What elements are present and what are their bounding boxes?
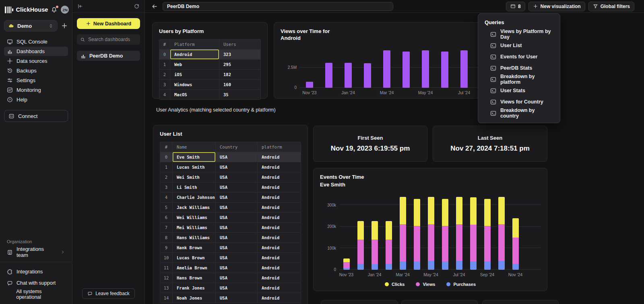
table-cell[interactable]: USA <box>215 162 257 172</box>
table-cell[interactable]: USA <box>215 182 257 192</box>
table-row[interactable]: 3Li SmithUSAAndroid <box>160 182 301 192</box>
table-cell[interactable]: 9 <box>160 243 172 252</box>
table-cell[interactable]: Eve Smith <box>172 152 215 162</box>
table-row[interactable]: 8Hans WilliamsUSAAndroid <box>160 232 301 242</box>
table-cell[interactable]: 13 <box>160 283 172 293</box>
table-cell[interactable]: USA <box>215 243 257 252</box>
table-cell[interactable]: Jack Williams <box>172 203 215 212</box>
table-cell[interactable]: USA <box>215 233 257 242</box>
table-cell[interactable]: Android <box>257 283 301 293</box>
sidebar-item-settings[interactable]: Settings <box>4 76 68 85</box>
table-cell[interactable]: 3 <box>159 80 170 89</box>
table-cell[interactable]: Android <box>257 213 301 222</box>
table-cell[interactable]: Hans Williams <box>172 233 215 242</box>
table-cell[interactable]: Android <box>257 253 301 263</box>
table-cell[interactable]: 2 <box>160 172 172 182</box>
dashboard-list-item[interactable]: PeerDB Demo <box>77 51 140 61</box>
table-cell[interactable]: 323 <box>219 50 260 59</box>
leave-feedback-button[interactable]: Leave feedback <box>82 288 135 299</box>
dashboard-title-input[interactable] <box>163 2 393 11</box>
query-menu-item[interactable]: PeerDB Stats <box>478 62 560 74</box>
new-visualization-button[interactable]: New visualization <box>528 2 585 11</box>
table-row[interactable]: 0Eve SmithUSAAndroid <box>160 152 301 162</box>
sidebar-footer-item-chat-with-support[interactable]: Chat with support <box>4 278 68 288</box>
table-cell[interactable]: USA <box>215 253 257 263</box>
table-row[interactable]: 10Lucas BrownUSAAndroid <box>160 252 301 263</box>
table-cell[interactable]: Android <box>257 233 301 242</box>
table-row[interactable]: 11Amelia BrownUSAAndroid <box>160 263 301 273</box>
legend-item-clicks[interactable]: Clicks <box>385 282 405 287</box>
collapse-panel-icon[interactable] <box>77 3 83 9</box>
table-cell[interactable]: MacOS <box>170 90 219 99</box>
table-cell[interactable]: 12 <box>160 273 172 283</box>
table-cell[interactable]: Noah Jones <box>172 293 215 303</box>
query-menu-item[interactable]: User Stats <box>478 85 560 96</box>
back-button[interactable] <box>151 3 158 10</box>
table-cell[interactable]: Android <box>257 203 301 212</box>
table-cell[interactable]: Android <box>257 172 301 182</box>
table-row[interactable]: 1Web295 <box>159 59 260 69</box>
avatar[interactable]: ZN <box>61 6 69 14</box>
table-cell[interactable]: 35 <box>219 90 260 99</box>
table-row[interactable]: 0Android323 <box>159 49 260 59</box>
table-row[interactable]: 12Hans BrownUSAAndroid <box>160 273 301 283</box>
table-cell[interactable]: Web <box>170 60 219 69</box>
table-cell[interactable]: 5 <box>160 203 172 212</box>
table-cell[interactable]: Wei Smith <box>172 172 215 182</box>
table-cell[interactable]: 0 <box>160 152 172 162</box>
table-cell[interactable]: 1 <box>160 162 172 172</box>
org-selector[interactable]: Demo <box>4 20 58 31</box>
table-row[interactable]: 3Windows160 <box>159 79 260 89</box>
table-row[interactable]: 14Noah JonesUSAAndroid <box>160 293 301 303</box>
table-cell[interactable]: 11 <box>160 263 172 273</box>
table-cell[interactable]: 3 <box>160 182 172 192</box>
sidebar-footer-item-all-systems-operational[interactable]: All systems operational <box>4 290 68 299</box>
query-menu-item[interactable]: Events for User <box>478 51 560 62</box>
table-cell[interactable]: 0 <box>159 50 170 59</box>
table-row[interactable]: 4Charlie JohnsonUSAAndroid <box>160 192 301 202</box>
table-cell[interactable]: Android <box>257 243 301 252</box>
sidebar-footer-item-integrations[interactable]: Integrations <box>4 267 68 277</box>
table-cell[interactable]: Hank Brown <box>172 243 215 252</box>
table-cell[interactable]: 14 <box>160 293 172 303</box>
table-cell[interactable]: USA <box>215 223 257 232</box>
table-cell[interactable]: Charlie Johnson <box>172 192 215 202</box>
sidebar-item-sql-console[interactable]: SQL Console <box>4 37 68 46</box>
query-menu-item[interactable]: Views for Country <box>478 96 560 108</box>
connect-button[interactable]: Connect <box>4 110 68 122</box>
query-menu-item[interactable]: Views by Platform by Day <box>478 29 560 40</box>
table-cell[interactable]: Android <box>170 50 219 59</box>
table-cell[interactable]: Android <box>257 223 301 232</box>
table-row[interactable]: 5Jack WilliamsUSAAndroid <box>160 202 301 212</box>
table-cell[interactable]: iOS <box>170 70 219 79</box>
table-row[interactable]: 2Wei SmithUSAAndroid <box>160 172 301 182</box>
legend-item-views[interactable]: Views <box>416 282 435 287</box>
table-row[interactable]: 6Wei WilliamsUSAAndroid <box>160 212 301 222</box>
table-row[interactable]: 9Hank BrownUSAAndroid <box>160 242 301 252</box>
query-menu-item[interactable]: Breakdown by country <box>478 108 560 119</box>
sidebar-item-data-sources[interactable]: Data sources <box>4 56 68 66</box>
table-row[interactable]: 4MacOS35 <box>159 89 260 99</box>
table-cell[interactable]: Hans Brown <box>172 273 215 283</box>
table-row[interactable]: 7Mei WilliamsUSAAndroid <box>160 222 301 232</box>
table-cell[interactable]: USA <box>215 263 257 273</box>
new-dashboard-button[interactable]: New Dashboard <box>77 18 140 29</box>
table-cell[interactable]: Android <box>257 152 301 162</box>
query-menu-item[interactable]: User List <box>478 40 560 51</box>
table-cell[interactable]: 10 <box>160 253 172 263</box>
table-cell[interactable]: Android <box>257 273 301 283</box>
table-cell[interactable]: 4 <box>159 90 170 99</box>
queries-count-button[interactable]: 8 <box>506 2 525 11</box>
table-cell[interactable]: 160 <box>219 80 260 89</box>
table-cell[interactable]: USA <box>215 273 257 283</box>
table-cell[interactable]: USA <box>215 152 257 162</box>
table-cell[interactable]: USA <box>215 192 257 202</box>
table-cell[interactable]: Android <box>257 192 301 202</box>
table-cell[interactable]: 182 <box>219 70 260 79</box>
table-cell[interactable]: Mei Williams <box>172 223 215 232</box>
refresh-icon[interactable] <box>134 3 140 9</box>
table-cell[interactable]: Android <box>257 293 301 303</box>
legend-item-purchases[interactable]: Purchases <box>446 282 476 287</box>
sidebar-item-integrations-team[interactable]: Integrations team <box>4 247 68 257</box>
table-cell[interactable]: 2 <box>159 70 170 79</box>
